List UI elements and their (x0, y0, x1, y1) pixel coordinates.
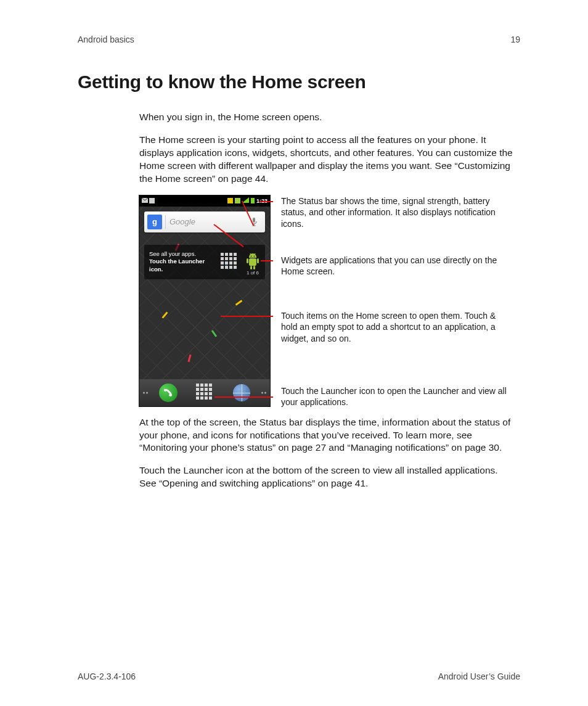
page-indicator-right[interactable] (261, 392, 266, 393)
tips-line-1: See all your apps. (149, 250, 216, 258)
footer-doc-id: AUG-2.3.4-106 (78, 671, 136, 681)
callout-status-bar: The Status bar shows the time, signal st… (281, 195, 509, 229)
confetti (211, 330, 217, 337)
leader-line (259, 201, 273, 202)
browser-icon[interactable] (233, 384, 250, 401)
tips-line-2: Touch the Launcher icon. (149, 258, 216, 273)
svg-point-12 (251, 255, 252, 257)
leader-line (214, 396, 273, 398)
footer-doc-title: Android User’s Guide (438, 671, 520, 681)
body-column: When you sign in, the Home screen opens.… (139, 111, 515, 490)
phone-screenshot: 1:23 g Google (139, 195, 270, 406)
alarm-icon (227, 198, 233, 203)
leader-line (221, 316, 273, 317)
page: Android basics 19 Getting to know the Ho… (0, 0, 588, 706)
callout-home-items: Touch items on the Home screen to open t… (281, 310, 509, 344)
running-footer: AUG-2.3.4-106 Android User’s Guide (78, 671, 520, 681)
confetti (161, 311, 168, 318)
battery-icon (251, 198, 255, 203)
confetti (235, 300, 243, 305)
sync-icon (235, 198, 240, 203)
mail-icon (142, 198, 147, 203)
dock (139, 379, 270, 406)
google-search-widget[interactable]: g Google (144, 211, 265, 232)
tips-widget[interactable]: See all your apps. Touch the Launcher ic… (144, 245, 265, 279)
callout-widgets: Widgets are applications that you can us… (281, 255, 509, 277)
paragraph-2: The Home screen is your starting point t… (139, 134, 515, 186)
svg-point-13 (254, 255, 255, 257)
paragraph-4: Touch the Launcher icon at the bottom of… (139, 464, 515, 490)
page-title: Getting to know the Home screen (78, 72, 520, 92)
svg-rect-7 (257, 258, 259, 263)
page-indicator-left[interactable] (143, 392, 148, 393)
app-grid-icon (221, 253, 239, 271)
running-header: Android basics 19 (78, 35, 520, 44)
svg-rect-5 (249, 258, 256, 266)
svg-rect-8 (250, 266, 252, 269)
launcher-icon[interactable] (196, 384, 214, 402)
figure: 1:23 g Google (139, 195, 515, 406)
leader-line (261, 260, 273, 261)
svg-rect-2 (253, 218, 255, 223)
wallpaper (139, 207, 270, 406)
phone-button[interactable] (159, 384, 178, 402)
tips-counter: 1 of 6 (247, 270, 259, 277)
notification-icon (149, 198, 155, 203)
paragraph-3: At the top of the screen, the Status bar… (139, 416, 515, 455)
status-bar: 1:23 (139, 195, 270, 207)
android-robot-icon (244, 252, 261, 272)
svg-rect-9 (253, 266, 255, 269)
callout-launcher: Touch the Launcher icon to open the Laun… (281, 385, 509, 408)
search-input[interactable]: Google (165, 215, 243, 229)
confetti (187, 354, 191, 361)
header-page-number: 19 (510, 35, 520, 44)
header-section: Android basics (78, 35, 134, 44)
svg-rect-6 (247, 258, 248, 263)
google-logo-icon[interactable]: g (147, 215, 162, 229)
paragraph-1: When you sign in, the Home screen opens. (139, 111, 515, 124)
tips-text: See all your apps. Touch the Launcher ic… (144, 247, 221, 277)
